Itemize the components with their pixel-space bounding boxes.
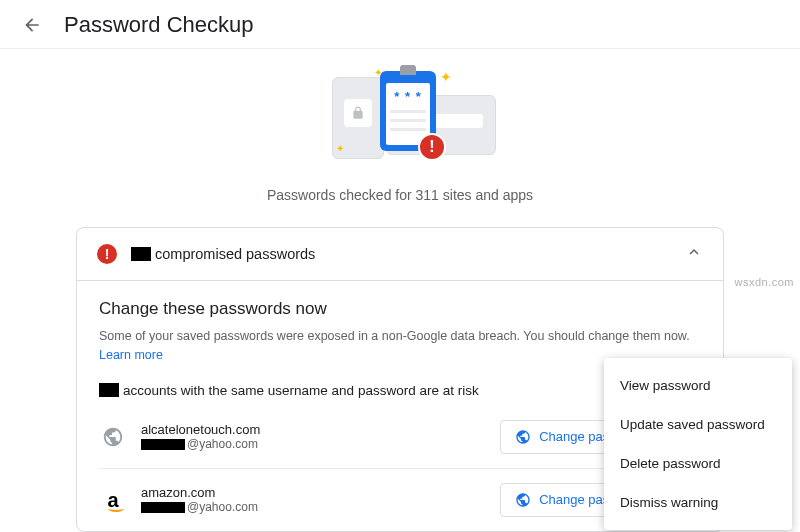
menu-update-password[interactable]: Update saved password — [604, 405, 792, 444]
sparkle-icon: ✦ — [440, 69, 452, 85]
redacted-count — [99, 383, 119, 397]
amazon-icon: a — [99, 486, 127, 514]
context-menu: View password Update saved password Dele… — [604, 358, 792, 530]
redacted-count — [131, 247, 151, 261]
alert-badge-icon: ! — [97, 244, 117, 264]
globe-icon — [515, 429, 531, 445]
globe-icon — [99, 423, 127, 451]
section-title: compromised passwords — [131, 246, 685, 262]
clipboard-icon: * * * ! — [380, 71, 436, 151]
redacted-username — [141, 439, 185, 450]
lock-icon — [344, 99, 372, 127]
page-header: Password Checkup — [0, 0, 800, 49]
sparkle-icon: ✦ — [336, 143, 344, 154]
password-illustration: • • • • • • * * * ! ✦ ✦ ✦ — [290, 69, 510, 169]
watermark: wsxdn.com — [734, 276, 794, 288]
section-toggle[interactable]: ! compromised passwords — [77, 228, 723, 281]
redacted-username — [141, 502, 185, 513]
arrow-left-icon — [22, 15, 42, 35]
account-username: @yahoo.com — [141, 437, 500, 451]
back-button[interactable] — [20, 13, 44, 37]
chevron-up-icon — [685, 243, 703, 265]
menu-dismiss-warning[interactable]: Dismiss warning — [604, 483, 792, 522]
learn-more-link[interactable]: Learn more — [99, 348, 163, 362]
account-info: amazon.com @yahoo.com — [141, 485, 500, 514]
hero-section: • • • • • • * * * ! ✦ ✦ ✦ Passwords chec… — [0, 49, 800, 211]
sparkle-icon: ✦ — [374, 67, 382, 78]
account-username: @yahoo.com — [141, 500, 500, 514]
menu-delete-password[interactable]: Delete password — [604, 444, 792, 483]
site-name: amazon.com — [141, 485, 500, 500]
status-text: Passwords checked for 311 sites and apps — [0, 187, 800, 203]
page-title: Password Checkup — [64, 12, 254, 38]
account-info: alcatelonetouch.com @yahoo.com — [141, 422, 500, 451]
alert-icon: ! — [418, 133, 446, 161]
menu-view-password[interactable]: View password — [604, 366, 792, 405]
site-name: alcatelonetouch.com — [141, 422, 500, 437]
globe-icon — [515, 492, 531, 508]
panel-heading: Change these passwords now — [99, 299, 701, 319]
